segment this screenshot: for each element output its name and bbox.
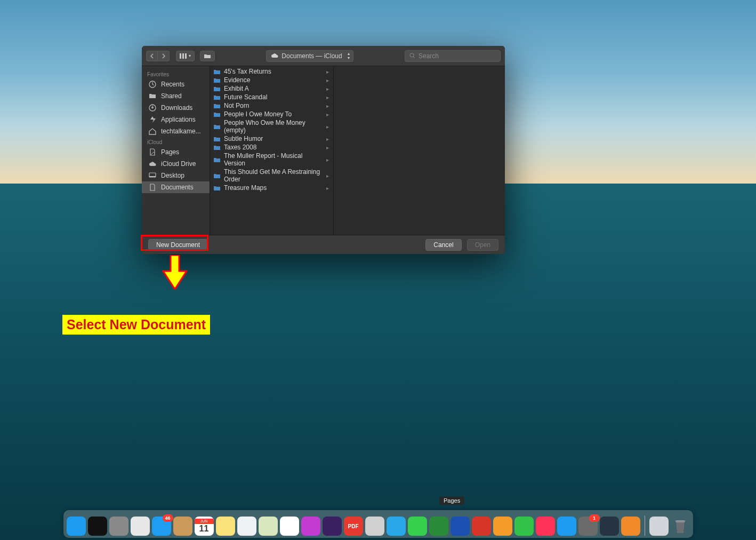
folder-row[interactable]: People Who Owe Me Money (empty)▸ bbox=[210, 118, 333, 134]
chevron-right-icon: ▸ bbox=[326, 157, 329, 163]
sidebar-item-label: iCloud Drive bbox=[161, 160, 196, 168]
sidebar-item-label: Pages bbox=[161, 148, 179, 156]
folder-icon bbox=[213, 124, 221, 130]
dock-app-trash[interactable] bbox=[671, 517, 690, 536]
folder-row[interactable]: Future Scandal▸ bbox=[210, 93, 333, 101]
folder-name: Not Porn bbox=[224, 102, 249, 109]
columns-icon bbox=[180, 53, 187, 59]
new-document-button[interactable]: New Document bbox=[148, 239, 208, 251]
sidebar-item-label: Applications bbox=[161, 116, 196, 123]
dock-app-finder[interactable] bbox=[67, 517, 86, 536]
back-button[interactable] bbox=[146, 51, 158, 61]
dock-app-messages[interactable] bbox=[408, 517, 427, 536]
dock-app-launchpad[interactable] bbox=[109, 517, 128, 536]
dock-app-skype[interactable] bbox=[387, 517, 406, 536]
dock-app-quicktime[interactable] bbox=[600, 517, 619, 536]
search-field[interactable]: Search bbox=[405, 50, 501, 62]
dock-app-vlc[interactable] bbox=[621, 517, 640, 536]
sidebar-item-label: Shared bbox=[161, 92, 182, 100]
dock-app-siri[interactable] bbox=[88, 517, 107, 536]
group-button[interactable] bbox=[200, 51, 215, 61]
dock-app-mail[interactable] bbox=[152, 517, 171, 536]
dock-tooltip: Pages bbox=[439, 496, 464, 505]
folder-row[interactable]: Evidence▸ bbox=[210, 76, 333, 84]
search-placeholder: Search bbox=[419, 52, 439, 60]
folder-row[interactable]: Treasure Maps▸ bbox=[210, 184, 333, 192]
folder-name: People I Owe Money To bbox=[224, 110, 292, 118]
dock-app-gauge[interactable] bbox=[429, 517, 448, 536]
sidebar-item-pages[interactable]: Pages bbox=[142, 146, 210, 158]
sidebar-item-label: Downloads bbox=[161, 104, 192, 112]
chevron-right-icon: ▸ bbox=[326, 86, 329, 92]
sidebar-item-documents[interactable]: Documents bbox=[142, 181, 210, 193]
folder-name: The Muller Report - Musical Version bbox=[224, 152, 323, 167]
sidebar-header: iCloud bbox=[142, 137, 210, 146]
dock-app-1password[interactable] bbox=[472, 517, 491, 536]
folder-row[interactable]: People I Owe Money To▸ bbox=[210, 110, 333, 118]
sidebar-item-label: Desktop bbox=[161, 172, 184, 179]
download-icon bbox=[148, 104, 157, 112]
trash-icon bbox=[673, 518, 687, 534]
location-dropdown[interactable]: Documents — iCloud ▴▾ bbox=[266, 50, 353, 62]
forward-button[interactable] bbox=[158, 51, 170, 61]
file-column[interactable]: 45's Tax Returns▸Evidence▸Exhibit A▸Futu… bbox=[210, 66, 334, 235]
dock-app-maps[interactable] bbox=[259, 517, 278, 536]
annotation-label: Select New Document bbox=[62, 315, 210, 335]
folder-row[interactable]: 45's Tax Returns▸ bbox=[210, 67, 333, 76]
folder-row[interactable]: Subtle Humor▸ bbox=[210, 134, 333, 143]
folder-row[interactable]: Taxes 2008▸ bbox=[210, 143, 333, 152]
folder-row[interactable]: Exhibit A▸ bbox=[210, 84, 333, 93]
dock-app-calendar[interactable]: JUN11 bbox=[195, 517, 214, 536]
svg-point-3 bbox=[410, 53, 414, 57]
sidebar-item-desktop[interactable]: Desktop bbox=[142, 170, 210, 181]
dock-app-notes[interactable] bbox=[216, 517, 235, 536]
chevron-right-icon: ▸ bbox=[326, 136, 329, 142]
folder-icon bbox=[213, 136, 221, 142]
sidebar-item-techtalkame-[interactable]: techtalkame... bbox=[142, 125, 210, 137]
dock: JUN11PDF bbox=[63, 510, 693, 538]
preview-column bbox=[334, 66, 505, 235]
folder-icon bbox=[213, 185, 221, 191]
folder-row[interactable]: The Muller Report - Musical Version▸ bbox=[210, 152, 333, 168]
sidebar-item-applications[interactable]: Applications bbox=[142, 114, 210, 125]
view-mode-button[interactable]: ▾ bbox=[176, 51, 195, 61]
svg-line-4 bbox=[413, 57, 415, 58]
dock-separator bbox=[645, 515, 645, 536]
updown-icon: ▴▾ bbox=[348, 52, 350, 60]
dock-app-pdf[interactable]: PDF bbox=[344, 517, 363, 536]
folder-icon bbox=[213, 112, 221, 117]
dock-app-appstore[interactable] bbox=[557, 517, 576, 536]
dock-app-malwarebytes[interactable] bbox=[451, 517, 470, 536]
dock-app-reminders[interactable] bbox=[237, 517, 256, 536]
folder-name: Evidence bbox=[224, 76, 250, 84]
dock-app-photos[interactable] bbox=[280, 517, 299, 536]
dock-app-numbers[interactable] bbox=[514, 517, 534, 536]
dock-app-downloads-stack[interactable] bbox=[649, 517, 669, 536]
sidebar-item-shared[interactable]: Shared bbox=[142, 90, 210, 102]
open-button[interactable]: Open bbox=[467, 239, 498, 251]
folder-row[interactable]: Not Porn▸ bbox=[210, 101, 333, 110]
folder-icon bbox=[213, 94, 221, 100]
svg-rect-1 bbox=[182, 53, 184, 59]
sidebar-item-icloud-drive[interactable]: iCloud Drive bbox=[142, 158, 210, 170]
chevron-right-icon: ▸ bbox=[326, 173, 329, 179]
dock-app-pages[interactable] bbox=[493, 517, 512, 536]
dock-app-clapper[interactable] bbox=[365, 517, 384, 536]
folder-name: Treasure Maps bbox=[224, 184, 267, 192]
dock-app-contacts[interactable] bbox=[173, 517, 192, 536]
chevron-right-icon: ▸ bbox=[326, 94, 329, 100]
dock-app-messages2[interactable] bbox=[301, 517, 320, 536]
dock-app-news[interactable] bbox=[536, 517, 555, 536]
svg-rect-8 bbox=[149, 176, 156, 177]
dock-wrap: JUN11PDF bbox=[0, 507, 756, 540]
folder-icon bbox=[213, 69, 221, 75]
cancel-button[interactable]: Cancel bbox=[425, 239, 461, 251]
folder-icon bbox=[148, 92, 157, 100]
sidebar-item-downloads[interactable]: Downloads bbox=[142, 102, 210, 114]
dock-app-chrome[interactable] bbox=[131, 517, 150, 536]
sidebar-item-recents[interactable]: Recents bbox=[142, 78, 210, 90]
home-icon bbox=[148, 127, 157, 136]
dock-app-imovie[interactable] bbox=[323, 517, 342, 536]
folder-row[interactable]: This Should Get Me A Restraining Order▸ bbox=[210, 168, 333, 184]
dock-app-tools[interactable] bbox=[578, 517, 598, 536]
